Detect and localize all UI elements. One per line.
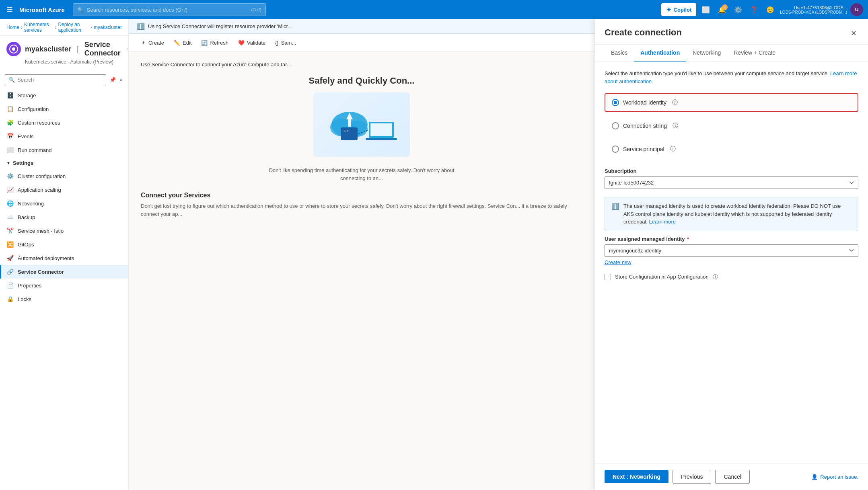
connect-section: Connect your Services Don't get lost try… — [141, 192, 582, 218]
settings-gear-icon[interactable]: ⚙️ — [732, 4, 745, 16]
breadcrumb-myakscluster[interactable]: myakscluster — [94, 25, 122, 30]
refresh-button[interactable]: 🔄 Refresh — [197, 38, 232, 48]
sidebar-search-icon: 🔍 — [8, 77, 15, 83]
workload-identity-radio-button[interactable] — [612, 99, 619, 106]
info-box-learn-more-link[interactable]: Learn more — [649, 219, 676, 225]
tab-authentication[interactable]: Authentication — [634, 45, 686, 62]
cloud-shell-icon[interactable]: ⬜ — [699, 4, 712, 16]
sidebar-item-application-scaling[interactable]: 📈 Application scaling — [0, 183, 128, 197]
store-config-info-icon[interactable]: ⓘ — [713, 273, 718, 281]
sidebar-search-input[interactable] — [17, 77, 103, 83]
content-toolbar: ＋ Create ✏️ Edit 🔄 Refresh ❤️ Validate {… — [129, 34, 594, 52]
report-issue-button[interactable]: 👤 Report an issue. — [811, 474, 858, 480]
nav-section-main: 🗄️ Storage 📋 Configuration 🧩 Custom reso… — [0, 88, 128, 157]
info-banner: ℹ️ Using Service Connector will register… — [129, 19, 594, 34]
panel-title: Create connection — [605, 27, 682, 44]
connection-string-info-icon[interactable]: ⓘ — [673, 122, 678, 129]
tab-review-create[interactable]: Review + Create — [727, 45, 782, 62]
refresh-icon: 🔄 — [201, 40, 208, 46]
panel-tabs: Basics Authentication Networking Review … — [595, 45, 868, 62]
sidebar-item-configuration[interactable]: 📋 Configuration — [0, 102, 128, 116]
service-mesh-icon: ✂️ — [6, 227, 14, 234]
panel-footer: Next : Networking Previous Cancel 👤 Repo… — [595, 463, 868, 490]
content-hero: Safely and Quickly Con... </> — [141, 76, 582, 182]
pin-icon[interactable]: 📌 — [109, 76, 117, 84]
panel-close-icon[interactable]: ✕ — [849, 27, 858, 39]
breadcrumb-deploy-application[interactable]: Deploy an application — [58, 22, 89, 33]
workload-identity-info-icon[interactable]: ⓘ — [672, 99, 678, 106]
service-principal-label: Service principal — [623, 146, 664, 152]
store-config-row: Store Configuration in App Configuration… — [605, 273, 858, 281]
sidebar-search-input-wrapper[interactable]: 🔍 — [5, 74, 106, 85]
report-icon: 👤 — [811, 474, 818, 480]
gitops-icon: 🔀 — [6, 241, 14, 248]
next-networking-button[interactable]: Next : Networking — [605, 470, 668, 483]
sidebar-item-service-connector[interactable]: 🔗 Service Connector — [0, 265, 128, 279]
configuration-icon: 📋 — [6, 105, 14, 113]
sidebar-item-service-mesh-istio[interactable]: ✂️ Service mesh - Istio — [0, 224, 128, 238]
user-identity-select[interactable]: mymongouc3z-identity — [605, 244, 858, 257]
sidebar-item-backup[interactable]: ☁️ Backup — [0, 210, 128, 224]
subscription-select[interactable]: Ignite-lod50074232 — [605, 176, 858, 189]
notifications-icon[interactable]: 🔔 1 — [716, 4, 728, 16]
create-button[interactable]: ＋ Create — [137, 37, 168, 48]
sidebar-item-label: Properties — [18, 283, 41, 289]
radio-option-connection-string[interactable]: Connection string ⓘ — [605, 117, 858, 135]
sidebar-item-networking[interactable]: 🌐 Networking — [0, 197, 128, 210]
panel-description: Select the authentication type you'd lik… — [605, 70, 858, 85]
sidebar-item-gitops[interactable]: 🔀 GitOps — [0, 238, 128, 251]
sidebar-item-locks[interactable]: 🔒 Locks — [0, 292, 128, 306]
top-navigation-bar: ☰ Microsoft Azure 🔍 (G+/) ✦ Copilot ⬜ 🔔 … — [0, 0, 868, 19]
sidebar-item-label: Configuration — [18, 106, 49, 112]
validate-button[interactable]: ❤️ Validate — [234, 38, 269, 48]
backup-icon: ☁️ — [6, 213, 14, 221]
breadcrumb-kubernetes-services[interactable]: Kubernetes services — [24, 22, 53, 33]
help-icon[interactable]: ❓ — [748, 4, 761, 16]
sidebar-item-label: Backup — [18, 214, 35, 220]
user-identity-label: User assigned managed identity * — [605, 236, 858, 242]
hamburger-menu-icon[interactable]: ☰ — [5, 4, 14, 16]
connection-string-radio-button[interactable] — [612, 122, 619, 129]
radio-option-workload-identity[interactable]: Workload Identity ⓘ — [605, 93, 858, 112]
sidebar-item-events[interactable]: 📅 Events — [0, 129, 128, 143]
content-body: Use Service Connector to connect your Az… — [129, 52, 594, 228]
tab-basics[interactable]: Basics — [605, 45, 634, 62]
radio-option-service-principal[interactable]: Service principal ⓘ — [605, 140, 858, 158]
svg-text:</>: </> — [343, 129, 349, 133]
sidebar-item-run-command[interactable]: ⬜ Run command — [0, 143, 128, 157]
svg-rect-12 — [366, 138, 397, 140]
store-config-label: Store Configuration in App Configuration — [615, 274, 709, 280]
user-avatar[interactable]: U — [850, 3, 863, 16]
svg-point-2 — [12, 47, 15, 51]
sidebar-item-storage[interactable]: 🗄️ Storage — [0, 88, 128, 102]
breadcrumb-home[interactable]: Home — [6, 25, 19, 30]
content-body-text: Use Service Connector to connect your Az… — [141, 62, 582, 68]
feedback-icon[interactable]: 😊 — [764, 4, 777, 16]
service-principal-radio-button[interactable] — [612, 146, 619, 153]
settings-group-header[interactable]: ▼ Settings — [0, 157, 128, 169]
store-config-checkbox[interactable] — [605, 274, 611, 280]
service-principal-info-icon[interactable]: ⓘ — [670, 146, 676, 153]
events-icon: 📅 — [6, 133, 14, 140]
validate-icon: ❤️ — [238, 40, 245, 46]
auth-radio-group: Workload Identity ⓘ Connection string ⓘ … — [605, 93, 858, 158]
create-new-identity-link[interactable]: Create new — [605, 259, 631, 265]
sidebar-item-automated-deployments[interactable]: 🚀 Automated deployments — [0, 251, 128, 265]
previous-button[interactable]: Previous — [673, 470, 711, 484]
resource-header: myakscluster | Service Connector ☆ ··· K… — [0, 36, 128, 71]
tab-networking[interactable]: Networking — [686, 45, 727, 62]
sidebar-item-properties[interactable]: 📄 Properties — [0, 279, 128, 292]
sidebar-item-cluster-configuration[interactable]: ⚙️ Cluster configuration — [0, 169, 128, 183]
global-search-input[interactable] — [87, 7, 248, 13]
copilot-button[interactable]: ✦ Copilot — [661, 3, 697, 16]
app-scaling-icon: 📈 — [6, 186, 14, 193]
global-search-box[interactable]: 🔍 (G+/) — [73, 3, 266, 16]
sample-button[interactable]: {} Sam... — [271, 38, 300, 48]
edit-button[interactable]: ✏️ Edit — [170, 38, 195, 48]
collapse-sidebar-icon[interactable]: « — [119, 76, 123, 84]
sidebar-item-custom-resources[interactable]: 🧩 Custom resources — [0, 116, 128, 129]
nav-section-settings: ⚙️ Cluster configuration 📈 Application s… — [0, 169, 128, 306]
cancel-button[interactable]: Cancel — [715, 470, 750, 484]
info-box-icon: ℹ️ — [611, 203, 619, 226]
resource-section: Service Connector — [84, 41, 121, 57]
